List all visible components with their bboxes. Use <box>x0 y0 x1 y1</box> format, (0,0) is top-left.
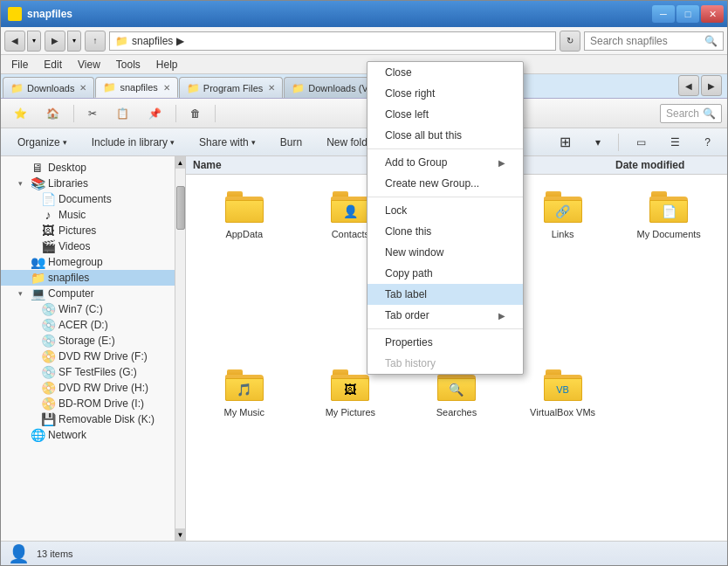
file-icon-mydocuments: 📄 <box>648 189 690 225</box>
toolbar-copy[interactable]: 📋 <box>108 105 137 122</box>
forward-history-button[interactable]: ▾ <box>67 31 81 52</box>
search-input[interactable] <box>590 35 701 47</box>
organize-button[interactable]: Organize ▾ <box>8 134 77 151</box>
ctx-lock[interactable]: Lock <box>367 200 523 221</box>
network-icon: 🌐 <box>31 429 45 441</box>
sidebar-label-win7: Win7 (C:) <box>58 303 103 315</box>
scroll-down-button[interactable]: ▼ <box>175 528 185 541</box>
menu-help[interactable]: Help <box>149 57 185 72</box>
tab-nav-right[interactable]: ▶ <box>701 75 722 96</box>
up-button[interactable]: ↑ <box>85 31 106 52</box>
toolbar-cut[interactable]: ✂ <box>80 105 105 122</box>
ctx-properties[interactable]: Properties <box>367 332 523 353</box>
dvdf-icon: 📀 <box>41 350 55 362</box>
sidebar-item-libraries[interactable]: ▾ 📚 Libraries <box>1 176 175 191</box>
ctx-copy-path[interactable]: Copy path <box>367 263 523 284</box>
file-item-mymusic[interactable]: 🎵 My Music <box>195 362 294 533</box>
ctx-tab-label[interactable]: Tab label <box>367 284 523 305</box>
file-icon-mymusic: 🎵 <box>223 367 265 404</box>
details-button[interactable]: ☰ <box>661 134 690 151</box>
tab-snapfiles[interactable]: 📁 snapfiles ✕ <box>95 77 177 98</box>
tab-close-downloads1[interactable]: ✕ <box>79 83 86 93</box>
sidebar-item-snapfiles[interactable]: 📁 snapfiles <box>1 270 175 286</box>
menu-file[interactable]: File <box>4 57 35 72</box>
preview-button[interactable]: ▭ <box>627 134 656 151</box>
file-item-mypictures[interactable]: 🖼 My Pictures <box>301 362 401 533</box>
refresh-button[interactable]: ↻ <box>560 31 580 52</box>
sidebar-item-pictures[interactable]: 🖼 Pictures <box>1 223 175 238</box>
search-icon[interactable]: 🔍 <box>704 35 718 47</box>
scroll-up-button[interactable]: ▲ <box>175 156 185 169</box>
forward-button[interactable]: ▶ <box>45 31 65 52</box>
toolbar-home[interactable]: 🏠 <box>38 105 67 122</box>
address-path-text: snapfiles ▶ <box>132 35 184 47</box>
sidebar-item-network[interactable]: 🌐 Network <box>1 427 175 443</box>
ctx-clone[interactable]: Clone this <box>367 221 523 242</box>
back-history-button[interactable]: ▾ <box>27 31 41 52</box>
tab-close-programfiles[interactable]: ✕ <box>268 83 275 93</box>
file-item-virtualbox[interactable]: VB VirtualBox VMs <box>513 362 613 533</box>
file-item-links[interactable]: 🔗 Links <box>513 183 613 355</box>
minimize-button[interactable]: ─ <box>652 5 675 23</box>
search-box[interactable]: 🔍 <box>584 31 724 51</box>
ctx-new-window[interactable]: New window <box>367 242 523 263</box>
share-with-button[interactable]: Share with ▾ <box>189 134 265 151</box>
ctx-create-group-label: Create new Group... <box>385 177 479 190</box>
menu-view[interactable]: View <box>71 57 107 72</box>
help-button[interactable]: ? <box>695 134 720 151</box>
toolbar-search-icon[interactable]: 🔍 <box>703 107 716 120</box>
sidebar-item-win7[interactable]: 💿 Win7 (C:) <box>1 301 175 317</box>
ctx-create-group[interactable]: Create new Group... <box>367 173 523 194</box>
file-item-appdata[interactable]: AppData <box>195 183 294 355</box>
folder-front-appdata <box>225 200 264 223</box>
menu-tools[interactable]: Tools <box>109 57 148 72</box>
sidebar-item-removable[interactable]: 💾 Removable Disk (K:) <box>1 411 175 427</box>
folder-front-mymusic: 🎵 <box>225 378 264 401</box>
sidebar-item-computer[interactable]: ▾ 💻 Computer <box>1 286 175 301</box>
main-window: snapfiles ─ □ ✕ ◀ ▾ ▶ ▾ ↑ 📁 snapfiles ▶ … <box>0 0 728 566</box>
sidebar-item-desktop[interactable]: 🖥 Desktop <box>1 160 175 176</box>
back-button[interactable]: ◀ <box>4 31 25 52</box>
main-area: 🖥 Desktop ▾ 📚 Libraries 📄 Documents ♪ Mu… <box>1 156 727 541</box>
toolbar-paste[interactable]: 📌 <box>141 105 169 122</box>
tab-nav-left[interactable]: ◀ <box>678 75 699 96</box>
file-icon-appdata <box>223 189 265 225</box>
window-title: snapfiles <box>27 8 72 20</box>
scroll-thumb[interactable] <box>176 186 185 230</box>
tab-downloads1[interactable]: 📁 Downloads ✕ <box>3 77 94 98</box>
toolbar-delete[interactable]: 🗑 <box>182 105 209 122</box>
toolbar-search-box[interactable]: Search 🔍 <box>660 104 722 123</box>
close-button[interactable]: ✕ <box>701 5 724 23</box>
sidebar-item-documents[interactable]: 📄 Documents <box>1 191 175 207</box>
burn-button[interactable]: Burn <box>271 134 312 151</box>
vertical-scrollbar[interactable]: ▲ ▼ <box>175 156 186 541</box>
folder-front-searches: 🔍 <box>437 378 476 401</box>
win7-icon: 💿 <box>41 303 55 315</box>
sidebar-item-videos[interactable]: 🎬 Videos <box>1 238 175 254</box>
ctx-tab-order[interactable]: Tab order ▶ <box>367 305 523 326</box>
tab-label-snapfiles: snapfiles <box>120 82 157 93</box>
sidebar-item-dvdh[interactable]: 📀 DVD RW Drive (H:) <box>1 380 175 396</box>
sidebar-item-bdrom[interactable]: 📀 BD-ROM Drive (I:) <box>1 396 175 411</box>
include-library-button[interactable]: Include in library ▾ <box>82 134 184 151</box>
file-item-mydocuments[interactable]: 📄 My Documents <box>619 183 718 355</box>
menu-edit[interactable]: Edit <box>37 57 69 72</box>
folder-shape-contacts: 👤 <box>331 191 369 223</box>
toolbar-star[interactable]: ⭐ <box>6 105 35 122</box>
sidebar-item-dvdf[interactable]: 📀 DVD RW Drive (F:) <box>1 349 175 364</box>
view-toggle-button[interactable]: ⊞ <box>550 131 580 153</box>
sidebar-item-acer[interactable]: 💿 ACER (D:) <box>1 317 175 333</box>
sidebar-item-storage[interactable]: 💿 Storage (E:) <box>1 333 175 349</box>
sidebar-item-music[interactable]: ♪ Music <box>1 207 175 223</box>
sidebar-item-sf[interactable]: 💿 SF TestFiles (G:) <box>1 364 175 380</box>
view-options-button[interactable]: ▾ <box>586 134 610 151</box>
ctx-add-to-group[interactable]: Add to Group ▶ <box>367 156 523 173</box>
file-name-links: Links <box>552 229 574 239</box>
sidebar-item-homegroup[interactable]: 👥 Homegroup <box>1 254 175 270</box>
file-item-searches[interactable]: 🔍 Searches <box>407 362 506 533</box>
maximize-button[interactable]: □ <box>676 5 699 23</box>
sidebar: 🖥 Desktop ▾ 📚 Libraries 📄 Documents ♪ Mu… <box>1 156 175 541</box>
address-path-field[interactable]: 📁 snapfiles ▶ <box>109 31 556 51</box>
tab-close-snapfiles[interactable]: ✕ <box>163 83 170 93</box>
tab-programfiles[interactable]: 📁 Program Files ✕ <box>179 77 283 98</box>
